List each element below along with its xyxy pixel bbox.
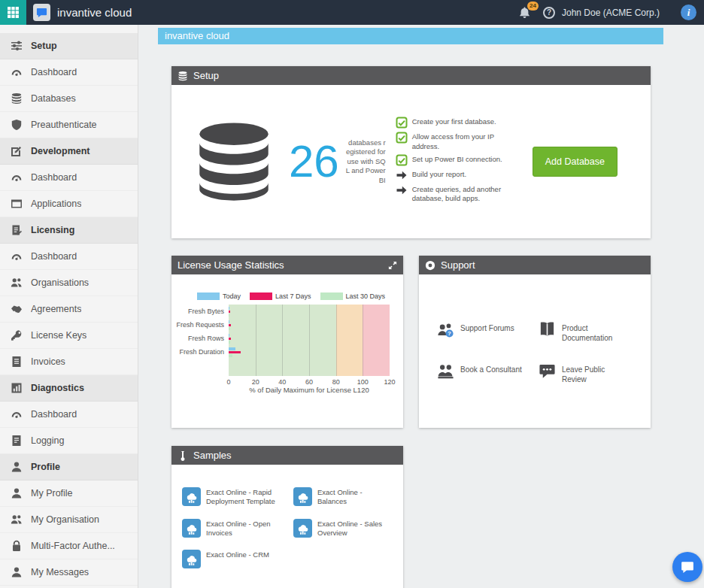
sidebar-item-dashboard[interactable]: Dashboard (0, 244, 138, 270)
sample-item-exact-online-rapid-deployment-template[interactable]: Exact Online - Rapid Deployment Template (182, 487, 286, 507)
sample-item-exact-online-balances[interactable]: Exact Online - Balances (293, 487, 397, 507)
notification-badge: 24 (527, 2, 539, 11)
sliders-icon (11, 40, 23, 52)
topbar: invantive cloud 24 ? John Doe (ACME Corp… (0, 0, 704, 25)
lock-icon (11, 540, 23, 552)
user-menu[interactable]: John Doe (ACME Corp.) (562, 8, 660, 18)
chart-bar-row (229, 347, 390, 358)
people-icon (11, 277, 23, 289)
sidebar-item-preauthenticate[interactable]: Preauthenticate (0, 112, 138, 138)
samples-panel-title: Samples (193, 450, 232, 461)
database-icon (178, 71, 188, 81)
person-icon (11, 461, 23, 473)
consultant-icon (437, 362, 454, 380)
chart-category-label: Fresh Duration (176, 345, 229, 359)
sidebar-item-licensing[interactable]: Licensing (0, 217, 138, 244)
database-count: 26 (289, 139, 339, 184)
support-panel-body: ?Support ForumsProduct DocumentationBook… (419, 274, 651, 384)
checklist-item: Allow access from your IP address. (396, 132, 516, 151)
checklist-item-text: Set up Power BI connection. (412, 154, 502, 164)
license-usage-panel-header: License Usage Statistics (171, 256, 403, 274)
sidebar-item-label: Diagnostics (31, 383, 84, 393)
person-icon (11, 566, 23, 578)
support-panel-title: Support (441, 259, 475, 271)
sidebar-item-my-organisation[interactable]: My Organisation (0, 507, 138, 533)
chart-x-tick-label: 100 (357, 378, 369, 386)
chart-bar (229, 338, 231, 341)
sidebar-item-my-profile[interactable]: My Profile (0, 480, 138, 507)
notifications-button[interactable]: 24 (518, 6, 531, 19)
chart-category-labels: Fresh BytesFresh RequestsFresh RowsFresh… (176, 305, 229, 359)
checklist-item: Build your report. (396, 169, 516, 181)
sidebar-item-label: Logging (31, 435, 65, 446)
sidebar-item-logging[interactable]: Logging (0, 428, 138, 454)
sidebar-item-label: Setup (31, 41, 57, 51)
sidebar-item-label: Applications (31, 199, 81, 209)
support-link-support-forums[interactable]: ?Support Forums (437, 321, 539, 343)
sample-item-label: Exact Online - CRM (206, 550, 269, 559)
info-icon: i (687, 7, 690, 19)
sidebar-item-applications[interactable]: Applications (0, 191, 138, 217)
app-logo[interactable] (33, 4, 50, 21)
info-button[interactable]: i (681, 5, 696, 20)
chat-cloud-logo-icon (36, 7, 47, 18)
topbar-right: 24 ? John Doe (ACME Corp.) i (518, 5, 704, 20)
support-link-leave-public-review[interactable]: Leave Public Review (539, 362, 640, 384)
chart-category-label: Fresh Rows (176, 332, 229, 345)
support-link-book-a-consultant[interactable]: Book a Consultant (437, 362, 539, 384)
sidebar-item-label: Agreements (31, 304, 81, 314)
legend-swatch (250, 292, 272, 300)
certificate-icon (11, 224, 23, 236)
support-panel: Support ?Support ForumsProduct Documenta… (419, 256, 651, 428)
logging-icon (11, 435, 23, 447)
checklist-item-text: Build your report. (412, 169, 466, 179)
development-icon (11, 145, 23, 157)
arrow-right-icon (396, 169, 408, 181)
sidebar-item-my-messages[interactable]: My Messages (0, 559, 138, 586)
sidebar-item-label: Dashboard (31, 409, 77, 420)
expand-icon[interactable] (388, 261, 397, 270)
sample-item-exact-online-crm[interactable]: Exact Online - CRM (182, 550, 286, 568)
setup-panel-header: Setup (171, 66, 651, 85)
sidebar-item-dashboard[interactable]: Dashboard (0, 402, 138, 428)
chart-bar (229, 314, 229, 317)
license-usage-panel-title: License Usage Statistics (178, 259, 284, 271)
sample-item-exact-online-sales-overview[interactable]: Exact Online - Sales Overview (293, 519, 397, 538)
invoice-icon (11, 356, 23, 368)
gauge-icon (11, 66, 23, 78)
sidebar-item-invoices[interactable]: Invoices (0, 349, 138, 375)
app-launcher-button[interactable] (0, 0, 26, 25)
sidebar-item-organisations[interactable]: Organisations (0, 270, 138, 296)
license-usage-panel: License Usage Statistics TodayLast 7 Day… (171, 256, 403, 428)
add-database-button[interactable]: Add Database (533, 147, 618, 177)
chat-bubble-icon (680, 560, 695, 574)
sidebar-item-dashboard[interactable]: Dashboard (0, 59, 138, 86)
chart-category-label: Fresh Requests (176, 318, 229, 332)
checklist-item-text: Create your first database. (412, 117, 496, 126)
support-link-label: Leave Public Review (562, 362, 631, 384)
support-link-label: Product Documentation (562, 321, 631, 343)
sidebar-item-license-keys[interactable]: License Keys (0, 323, 138, 349)
chart-bar (229, 354, 232, 357)
sidebar-item-databases[interactable]: Databases (0, 86, 138, 112)
cloud-sample-icon (182, 519, 201, 538)
help-button[interactable]: ? (543, 7, 555, 19)
sidebar-item-profile[interactable]: Profile (0, 454, 138, 480)
sidebar-item-agreements[interactable]: Agreements (0, 296, 138, 323)
sidebar-item-dashboard[interactable]: Dashboard (0, 165, 138, 191)
sidebar-item-diagnostics[interactable]: Diagnostics (0, 375, 138, 402)
sidebar-item-label: Dashboard (31, 67, 77, 77)
chart-bar (229, 347, 235, 350)
sidebar-item-setup[interactable]: Setup (0, 33, 138, 59)
sidebar-item-label: Databases (31, 93, 76, 104)
chart-x-tick-label: 0 (226, 378, 230, 386)
chat-button[interactable] (672, 552, 702, 582)
support-link-product-documentation[interactable]: Product Documentation (539, 321, 640, 343)
chart-bar (229, 327, 230, 330)
chart-bar (229, 320, 229, 323)
sidebar-item-multi-factor-authe[interactable]: Multi-Factor Authe... (0, 533, 138, 559)
sidebar-item-development[interactable]: Development (0, 138, 138, 165)
review-icon (539, 362, 556, 380)
life-ring-icon (425, 260, 435, 271)
sample-item-exact-online-open-invoices[interactable]: Exact Online - Open Invoices (182, 519, 286, 538)
